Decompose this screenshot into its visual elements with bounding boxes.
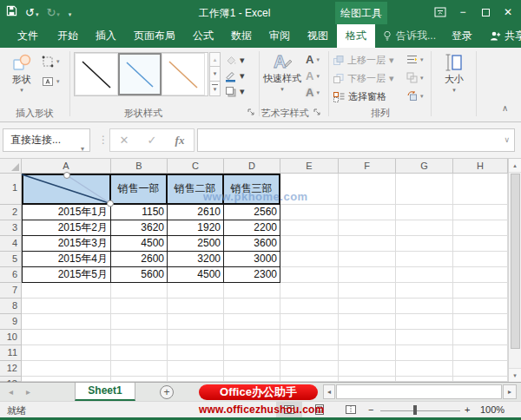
name-box[interactable]: 直接连接... ▾ [3,128,90,152]
cell[interactable] [280,283,339,299]
shapes-button[interactable]: 形状 ▾ [3,52,40,93]
cell[interactable] [280,299,339,314]
cell[interactable] [280,314,339,330]
page-break-view-button[interactable] [346,404,356,417]
tab-view[interactable]: 视图 [299,24,337,48]
cell[interactable] [453,267,508,283]
column-header-c[interactable]: C [168,159,224,174]
header-diagonal-line[interactable] [22,174,110,204]
cell[interactable] [111,361,168,377]
column-header-d[interactable]: D [224,159,280,174]
collapse-ribbon-button[interactable]: ∧ [502,103,508,113]
tab-home[interactable]: 开始 [49,24,87,48]
cell[interactable] [453,345,508,361]
tab-review[interactable]: 审阅 [260,24,299,48]
row-header-5[interactable]: 5 [0,252,22,267]
shape-styles-dialog-launcher[interactable] [247,108,256,116]
cell[interactable] [22,283,111,299]
column-header-a[interactable]: A [22,159,111,174]
cell[interactable] [22,299,111,314]
column-header-e[interactable]: E [280,159,339,174]
group-objects-button[interactable]: ▾ [406,72,424,83]
zoom-in-button[interactable]: + [465,404,470,415]
sign-in-button[interactable]: 登录 [443,24,481,48]
size-button[interactable]: 大小 ▾ [436,52,472,93]
cell[interactable] [396,330,453,345]
cell[interactable] [396,220,453,236]
expand-formula-bar-icon[interactable]: ∨ [504,135,510,144]
zoom-out-button[interactable]: − [368,404,373,415]
ribbon-display-options-button[interactable] [429,0,452,24]
gallery-scroll-up-button[interactable]: ▴ [209,52,221,67]
cell[interactable] [339,267,396,283]
vertical-scrollbar[interactable]: ▴ ▾ [508,159,521,382]
sheet-tab-sheet1[interactable]: Sheet1 [75,383,135,401]
cell[interactable] [453,314,508,330]
cell[interactable] [339,345,396,361]
cell-d4[interactable]: 3600 [224,236,280,252]
cell[interactable] [111,314,168,330]
cell[interactable] [453,330,508,345]
insert-function-button[interactable]: fx [175,134,185,148]
bring-forward-button[interactable]: 上移一层 ▾ [333,54,394,67]
row-header-12[interactable]: 12 [0,361,22,377]
row-header-11[interactable]: 11 [0,345,22,361]
cell[interactable] [280,205,339,220]
cell-c6[interactable]: 4500 [168,267,224,283]
shape-effects-button[interactable]: ▾ [224,83,245,99]
sheet-nav-prev-button[interactable]: ◂ [9,387,13,397]
minimize-button[interactable]: − [452,0,474,24]
column-header-h[interactable]: H [453,159,508,174]
gallery-scroll-down-button[interactable]: ▾ [209,67,221,82]
cell[interactable] [396,236,453,252]
zoom-slider-thumb[interactable] [413,405,417,415]
undo-button[interactable]: ↺▾ [25,4,38,20]
sheet-nav-next-button[interactable]: ▸ [26,387,30,397]
formula-input[interactable]: ∨ [197,128,515,152]
cell[interactable] [22,361,111,377]
row-header-6[interactable]: 6 [0,267,22,283]
cell[interactable] [22,314,111,330]
send-backward-button[interactable]: 下移一层 ▾ [333,72,394,85]
cell-b4[interactable]: 4500 [111,236,168,252]
text-effects-button[interactable]: A ▾ [306,87,320,98]
cell-d3[interactable]: 2200 [224,220,280,236]
row-header-7[interactable]: 7 [0,283,22,299]
diagonal-line-shape[interactable] [22,174,111,205]
cell[interactable] [111,299,168,314]
cell[interactable] [339,283,396,299]
cell-a6[interactable]: 2015年5月 [22,267,111,283]
cell[interactable] [22,330,111,345]
redo-button[interactable]: ↻▾ [46,4,59,20]
scroll-up-button[interactable]: ▴ [509,159,521,173]
cell[interactable] [280,236,339,252]
cell[interactable] [168,330,224,345]
tell-me-box[interactable]: 告诉我... [375,24,443,48]
horizontal-scrollbar[interactable] [336,384,502,399]
enter-button[interactable]: ✓ [148,134,157,147]
cell[interactable] [453,205,508,220]
cell[interactable] [339,299,396,314]
cell[interactable] [280,267,339,283]
cell-d2[interactable]: 2560 [224,205,280,220]
cell[interactable] [280,361,339,377]
cell-c5[interactable]: 3200 [168,252,224,267]
cell[interactable] [224,283,280,299]
zoom-level[interactable]: 100% [480,404,505,415]
new-sheet-button[interactable]: + [160,385,174,399]
share-button[interactable]: 共享 [481,24,521,48]
row-header-4[interactable]: 4 [0,236,22,252]
text-outline-button[interactable]: A ▾ [306,70,320,82]
cell[interactable] [339,220,396,236]
cell[interactable] [224,361,280,377]
cell[interactable] [280,220,339,236]
cell[interactable] [111,345,168,361]
cell[interactable] [453,361,508,377]
text-fill-button[interactable]: A ▾ [306,54,320,65]
quick-styles-button[interactable]: A 快速样式 ▾ [262,51,302,92]
cell[interactable] [453,299,508,314]
selection-pane-button[interactable]: 选择窗格 [333,90,386,103]
resize-handle-start[interactable] [64,173,70,179]
row-header-9[interactable]: 9 [0,314,22,330]
tab-data[interactable]: 数据 [222,24,260,48]
